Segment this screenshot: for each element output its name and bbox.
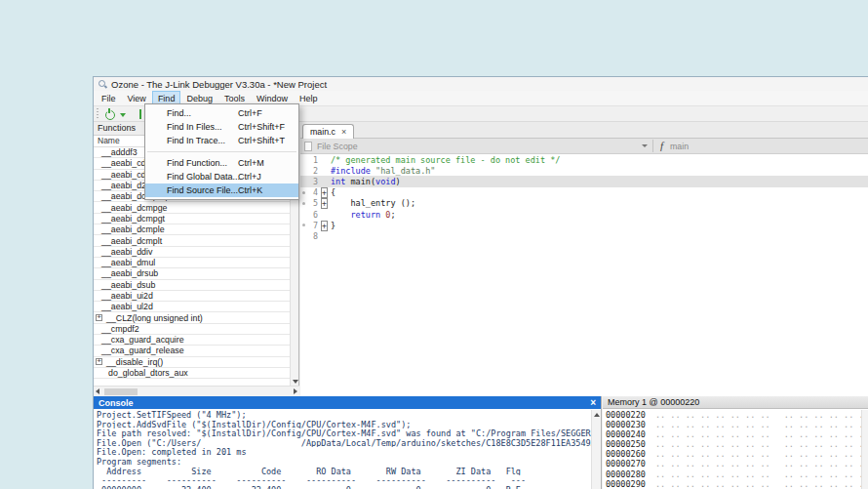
power-button-icon[interactable] bbox=[104, 109, 114, 119]
code-text: int main(void) bbox=[331, 177, 401, 186]
function-scope-selector[interactable]: main bbox=[670, 142, 689, 151]
memory-vertical-scrollbar[interactable] bbox=[861, 410, 868, 489]
console-line: File.Open: completed in 201 ms bbox=[97, 447, 591, 457]
toolbar-drag-handle[interactable] bbox=[97, 108, 99, 119]
menu-item-shortcut: Ctrl+M bbox=[238, 158, 264, 168]
memory-row[interactable]: 00000250.. .. .. .. .. .. .. .... .. .. … bbox=[606, 439, 861, 449]
console-line: --------- ---------- ---------- --------… bbox=[97, 475, 591, 485]
function-list-item[interactable]: __aeabi_drsub bbox=[94, 268, 290, 279]
memory-row[interactable]: 00000230.. .. .. .. .. .. .. .... .. .. … bbox=[606, 420, 861, 429]
memory-row[interactable]: 00000240.. .. .. .. .. .. .. .... .. .. … bbox=[606, 429, 861, 439]
menu-item-find-in-trace[interactable]: Find In Trace...Ctrl+Shift+T bbox=[145, 134, 298, 147]
memory-bytes: .. .. .. .. .. .. .. .. bbox=[655, 479, 770, 489]
memory-row[interactable]: 00000220.. .. .. .. .. .. .. .... .. .. … bbox=[606, 410, 861, 420]
breakpoint-dot-icon[interactable] bbox=[302, 224, 305, 226]
memory-bytes: .. .. .. .. .. .. .. .. bbox=[655, 449, 770, 459]
memory-row[interactable]: 00000290.. .. .. .. .. .. .. .... .. .. … bbox=[606, 479, 861, 489]
function-list-item[interactable]: __aeabi_dsub bbox=[94, 280, 290, 291]
function-list-item[interactable]: __aeabi_dcmpgt bbox=[94, 214, 290, 224]
console-output[interactable]: Project.SetTIFSpeed ("4 MHz");Project.Ad… bbox=[94, 410, 591, 489]
function-name: __aeabi_dsub bbox=[101, 280, 155, 290]
menu-file[interactable]: File bbox=[96, 91, 122, 105]
menu-item-find-global-data[interactable]: Find Global Data...Ctrl+J bbox=[145, 170, 298, 183]
scroll-up-arrow-icon[interactable] bbox=[594, 413, 600, 417]
memory-bytes: .. .. .. .. .. .. .. .. bbox=[784, 439, 861, 449]
console-line: 00000000 22,400 22,400 0 0 0 R E bbox=[97, 485, 591, 489]
function-list-item[interactable]: __aeabi_dcmple bbox=[94, 224, 290, 235]
function-list-item[interactable]: __aeabi_dmul bbox=[94, 258, 290, 268]
fold-plus-icon[interactable]: + bbox=[321, 198, 328, 209]
functions-horizontal-scrollbar[interactable] bbox=[94, 386, 299, 396]
code-line[interactable]: 1/* generated main source file - do not … bbox=[300, 154, 868, 165]
scrollbar-thumb[interactable] bbox=[104, 388, 138, 395]
function-name: __aeabi_dcmpgt bbox=[101, 214, 165, 224]
code-line[interactable]: 3int main(void) bbox=[300, 176, 868, 186]
scroll-left-arrow-icon[interactable] bbox=[96, 388, 99, 394]
power-dropdown-caret-icon[interactable] bbox=[120, 113, 126, 117]
breakpoint-dot-icon[interactable] bbox=[302, 191, 305, 194]
fold-gutter[interactable]: + bbox=[318, 221, 331, 230]
console-line: Address Size Code RO Data RW Data ZI Dat… bbox=[97, 467, 591, 476]
function-list-item[interactable]: +__disable_irq() bbox=[94, 357, 290, 368]
menu-item-find-in-files[interactable]: Find In Files...Ctrl+Shift+F bbox=[145, 120, 298, 134]
memory-bytes: .. .. .. .. .. .. .. .. bbox=[655, 439, 770, 449]
function-list-item[interactable]: do_global_dtors_aux bbox=[94, 368, 290, 379]
expand-plus-icon[interactable]: + bbox=[96, 358, 102, 365]
line-number: 2 bbox=[306, 166, 318, 176]
code-line[interactable]: 4+{ bbox=[300, 187, 868, 198]
title-bar[interactable]: Ozone - The J-Link Debugger V3.30a - *Ne… bbox=[94, 77, 868, 91]
function-list-item[interactable]: __cxa_guard_release bbox=[94, 346, 290, 356]
console-vertical-scrollbar[interactable] bbox=[591, 410, 601, 489]
fold-gutter[interactable]: + bbox=[318, 198, 331, 208]
chevron-down-icon[interactable] bbox=[642, 144, 648, 147]
line-number: 7 bbox=[306, 221, 318, 230]
code-line[interactable]: 5+ hal_entry (); bbox=[300, 198, 868, 209]
function-list-item[interactable]: __cmpdf2 bbox=[94, 324, 290, 335]
function-list-item[interactable]: __aeabi_ddiv bbox=[94, 247, 290, 258]
code-line[interactable]: 8 bbox=[300, 230, 868, 241]
memory-row[interactable]: 00000270.. .. .. .. .. .. .. .... .. .. … bbox=[606, 459, 861, 469]
fold-plus-icon[interactable]: + bbox=[321, 221, 328, 231]
file-scope-selector[interactable]: File Scope bbox=[317, 142, 358, 151]
console-close-icon[interactable]: × bbox=[590, 398, 596, 408]
code-segment bbox=[331, 210, 350, 220]
memory-address: 00000280 bbox=[606, 469, 646, 479]
menu-item-label: Find... bbox=[145, 108, 191, 118]
menu-item-find[interactable]: Find...Ctrl+F bbox=[145, 106, 298, 120]
memory-row[interactable]: 00000280.. .. .. .. .. .. .. .... .. .. … bbox=[606, 469, 861, 479]
memory-hex-view[interactable]: 00000220.. .. .. .. .. .. .. .... .. .. … bbox=[603, 410, 861, 489]
scroll-down-arrow-icon[interactable] bbox=[293, 380, 298, 384]
memory-row[interactable]: 00000260.. .. .. .. .. .. .. .... .. .. … bbox=[606, 449, 861, 459]
scroll-right-arrow-icon[interactable] bbox=[294, 388, 297, 394]
console-line: Program segments: bbox=[97, 457, 591, 467]
code-line[interactable]: 2#include "hal_data.h" bbox=[300, 165, 868, 176]
menu-item-label: Find Function... bbox=[145, 158, 227, 168]
menu-item-label: Find In Trace... bbox=[145, 136, 225, 145]
function-list-item[interactable]: __aeabi_dcmpge bbox=[94, 202, 290, 213]
menu-item-label: Find Source File... bbox=[145, 185, 238, 195]
function-name: __cxa_guard_acquire bbox=[101, 335, 184, 345]
tab-main-c[interactable]: main.c × bbox=[302, 124, 354, 139]
menu-item-find-source-file[interactable]: Find Source File...Ctrl+K bbox=[145, 183, 298, 197]
tab-close-icon[interactable]: × bbox=[341, 128, 346, 137]
code-editor: main.c × File Scope f main 1/* generated… bbox=[300, 122, 868, 396]
function-list-item[interactable]: +__CLZ(long unsigned int) bbox=[94, 312, 290, 323]
app-magnifier-icon bbox=[99, 80, 106, 88]
menu-item-shortcut: Ctrl+Shift+F bbox=[238, 122, 285, 132]
function-list-item[interactable]: __cxa_guard_acquire bbox=[94, 335, 290, 346]
code-line[interactable]: 7+} bbox=[300, 220, 868, 230]
code-segment: "hal_data.h" bbox=[375, 166, 435, 176]
expand-plus-icon[interactable]: + bbox=[96, 314, 102, 321]
function-list-item[interactable]: __aeabi_dcmplt bbox=[94, 235, 290, 246]
memory-address: 00000220 bbox=[606, 410, 646, 420]
menu-item-find-function[interactable]: Find Function...Ctrl+M bbox=[145, 156, 298, 170]
find-menu-popup: Find...Ctrl+FFind In Files...Ctrl+Shift+… bbox=[144, 103, 299, 200]
fold-gutter[interactable]: + bbox=[318, 187, 331, 197]
function-list-item[interactable]: __aeabi_ui2d bbox=[94, 291, 290, 302]
code-area[interactable]: 1/* generated main source file - do not … bbox=[300, 154, 868, 396]
code-text: { bbox=[331, 187, 335, 197]
breakpoint-dot-icon[interactable] bbox=[302, 202, 305, 205]
code-line[interactable]: 6 return 0; bbox=[300, 209, 868, 220]
function-list-item[interactable]: __aeabi_ul2d bbox=[94, 302, 290, 312]
fold-plus-icon[interactable]: + bbox=[321, 187, 328, 198]
